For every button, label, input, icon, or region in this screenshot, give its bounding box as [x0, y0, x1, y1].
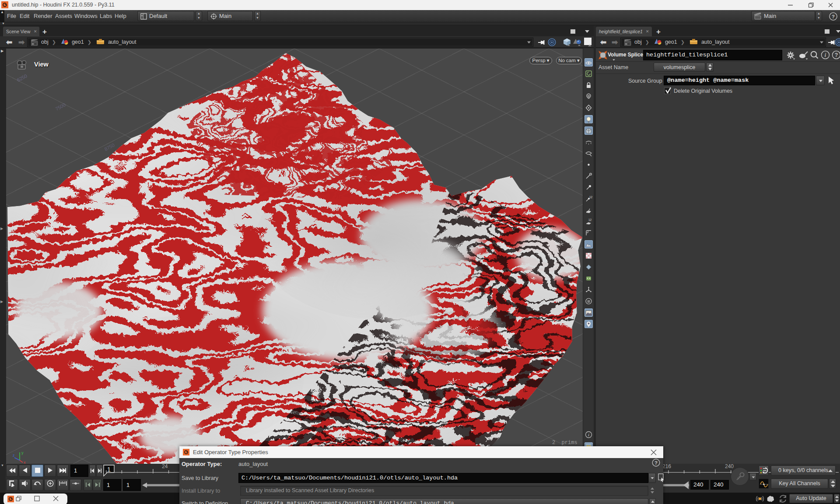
svg-text:24: 24 — [162, 464, 168, 469]
svg-text:12: 12 — [589, 196, 592, 199]
svg-text:?: ? — [832, 14, 835, 19]
svg-text:12: 12 — [588, 218, 592, 221]
svg-text:i: i — [825, 52, 826, 58]
svg-text:i: i — [588, 433, 589, 437]
svg-text:?: ? — [835, 52, 838, 58]
svg-text:?: ? — [654, 460, 658, 466]
svg-text:y: y — [21, 451, 24, 455]
svg-text:240: 240 — [725, 464, 734, 469]
svg-text:216: 216 — [662, 464, 671, 469]
svg-text:x: x — [24, 460, 26, 464]
svg-text:1: 1 — [107, 466, 111, 473]
svg-text:z: z — [13, 453, 15, 458]
